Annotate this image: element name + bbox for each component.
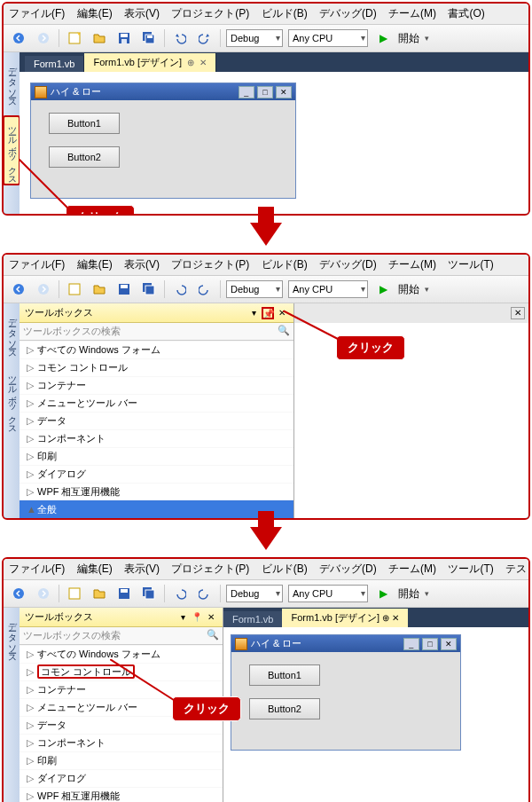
pin-icon[interactable]: ⊕ (187, 58, 194, 67)
close-icon[interactable]: ✕ (392, 613, 399, 623)
platform-dropdown[interactable]: Any CPU (288, 585, 368, 602)
toolbox-search[interactable]: ツールボックスの検索 🔍 (20, 627, 223, 645)
tab-form-design[interactable]: Form1.vb [デザイン] ⊕ ✕ (282, 609, 408, 627)
toolbox-item[interactable]: ▷すべての Windows フォーム (20, 645, 223, 663)
save-all-button[interactable] (139, 279, 159, 299)
maximize-button[interactable]: □ (422, 638, 438, 650)
menu-build[interactable]: ビルド(B) (262, 562, 308, 577)
close-button[interactable]: ✕ (276, 86, 292, 98)
pin-icon[interactable]: ⊕ (382, 613, 389, 623)
menu-file[interactable]: ファイル(F) (9, 257, 65, 272)
undo-button[interactable] (170, 28, 190, 48)
maximize-button[interactable]: □ (257, 86, 273, 98)
toolbox-item[interactable]: ▷ダイアログ (20, 465, 293, 483)
sidetab-datasource[interactable]: データ ソース (4, 309, 19, 358)
close-icon[interactable]: ✕ (276, 307, 288, 319)
redo-button[interactable] (195, 584, 215, 603)
form-body[interactable]: Button1 Button2 (231, 652, 460, 750)
config-dropdown[interactable]: Debug (226, 29, 283, 47)
menu-team[interactable]: チーム(M) (388, 562, 436, 577)
tab-form-vb[interactable]: Form1.vb (223, 611, 282, 627)
sidetab-datasource[interactable]: データ ソース (4, 58, 19, 106)
redo-button[interactable] (195, 279, 215, 299)
platform-dropdown[interactable]: Any CPU (288, 280, 368, 298)
menu-edit[interactable]: 編集(E) (77, 562, 113, 577)
toolbox-item[interactable]: ▷コンポーネント (20, 429, 293, 447)
toolbox-item-general[interactable]: ▲全般 (20, 500, 293, 518)
sidetab-datasource[interactable]: データ ソース (4, 613, 19, 662)
menu-project[interactable]: プロジェクト(P) (171, 562, 249, 577)
nav-back-button[interactable] (9, 584, 28, 603)
menu-tools[interactable]: ツール(T) (448, 562, 493, 577)
winform-preview[interactable]: ハイ & ロー _ □ ✕ Button1 Button2 (30, 83, 296, 199)
toolbox-search[interactable]: ツールボックスの検索 🔍 (20, 323, 293, 341)
menu-file[interactable]: ファイル(F) (9, 6, 65, 21)
open-button[interactable] (90, 28, 109, 48)
menu-project[interactable]: プロジェクト(P) (171, 6, 249, 21)
toolbox-item[interactable]: ▷メニューとツール バー (20, 394, 293, 412)
button2[interactable]: Button2 (49, 146, 120, 168)
menu-team[interactable]: チーム(M) (388, 257, 436, 272)
save-button[interactable] (114, 28, 134, 48)
new-button[interactable] (65, 584, 84, 603)
winform-preview[interactable]: ハイ & ロー _ □ ✕ Button1 Button2 (231, 634, 461, 751)
close-button[interactable]: ✕ (441, 638, 457, 650)
button1[interactable]: Button1 (49, 113, 120, 134)
sidetab-toolbox[interactable]: ツールボックス (4, 366, 19, 433)
design-canvas[interactable]: ハイ & ロー _ □ ✕ Button1 Button2 (223, 627, 528, 802)
nav-back-button[interactable] (9, 28, 28, 48)
search-icon[interactable]: 🔍 (207, 629, 219, 642)
toolbox-item[interactable]: ▷コンテナー (20, 376, 293, 394)
open-button[interactable] (90, 584, 109, 603)
start-button[interactable]: ▶ (373, 279, 393, 299)
start-label[interactable]: 開始 (398, 586, 419, 602)
config-dropdown[interactable]: Debug (226, 585, 283, 602)
menu-view[interactable]: 表示(V) (124, 257, 160, 272)
menu-build[interactable]: ビルド(B) (262, 257, 308, 272)
save-button[interactable] (114, 584, 134, 603)
toolbox-item-common-controls[interactable]: ▷コモン コントロール (20, 663, 223, 680)
menu-build[interactable]: ビルド(B) (262, 6, 308, 21)
menu-edit[interactable]: 編集(E) (77, 257, 113, 272)
undo-button[interactable] (170, 279, 190, 299)
new-button[interactable] (65, 28, 84, 48)
open-button[interactable] (90, 279, 109, 299)
menu-file[interactable]: ファイル(F) (9, 562, 65, 577)
search-icon[interactable]: 🔍 (278, 325, 290, 338)
dropdown-icon[interactable]: ▾ (247, 307, 260, 319)
toolbox-item[interactable]: ▷コモン コントロール (20, 358, 293, 376)
toolbox-item[interactable]: ▷WPF 相互運用機能 (20, 787, 223, 802)
close-icon[interactable]: ✕ (511, 307, 525, 319)
button2[interactable]: Button2 (249, 698, 320, 719)
form-body[interactable]: Button1 Button2 (31, 100, 295, 198)
menu-debug[interactable]: デバッグ(D) (319, 6, 377, 21)
minimize-button[interactable]: _ (403, 638, 419, 650)
nav-forward-button[interactable] (34, 279, 53, 299)
start-button[interactable]: ▶ (373, 28, 393, 48)
dropdown-icon[interactable]: ▾ (176, 611, 189, 624)
tab-form-vb[interactable]: Form1.vb (25, 56, 84, 72)
menu-team[interactable]: チーム(M) (388, 6, 436, 21)
pin-icon[interactable]: 📌 (262, 307, 274, 319)
menu-debug[interactable]: デバッグ(D) (319, 257, 377, 272)
toolbox-item[interactable]: ▷コンポーネント (20, 734, 223, 751)
nav-back-button[interactable] (9, 279, 28, 299)
pin-icon[interactable]: 📍 (191, 611, 203, 624)
toolbox-item[interactable]: ▷すべての Windows フォーム (20, 341, 293, 358)
tab-form-design[interactable]: Form1.vb [デザイン]⊕✕ (84, 53, 216, 72)
save-all-button[interactable] (139, 584, 159, 603)
close-icon[interactable]: ✕ (205, 611, 217, 624)
start-label[interactable]: 開始 (398, 282, 419, 297)
new-button[interactable] (65, 279, 84, 299)
menu-tools[interactable]: ツール(T) (448, 257, 493, 272)
nav-forward-button[interactable] (34, 28, 53, 48)
toolbox-item[interactable]: ▷データ (20, 412, 293, 429)
menu-view[interactable]: 表示(V) (124, 6, 160, 21)
toolbox-item[interactable]: ▷コンテナー (20, 680, 223, 698)
minimize-button[interactable]: _ (239, 86, 254, 98)
menu-edit[interactable]: 編集(E) (77, 6, 113, 21)
config-dropdown[interactable]: Debug (226, 280, 283, 298)
start-button[interactable]: ▶ (373, 584, 393, 603)
save-button[interactable] (114, 279, 134, 299)
undo-button[interactable] (170, 584, 190, 603)
